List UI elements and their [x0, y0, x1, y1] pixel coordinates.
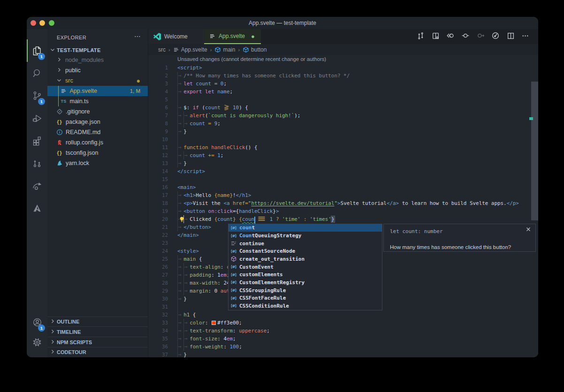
- title-bar[interactable]: App.svelte — test-template: [27, 17, 538, 29]
- activity-source-control-button[interactable]: 1: [27, 84, 47, 107]
- suggest-item-count[interactable]: count: [229, 224, 382, 232]
- gitlens-blame-annotation: Unsaved changes (cannot determine recent…: [177, 56, 326, 64]
- css-color-swatch: [212, 321, 216, 325]
- activity-accounts-button[interactable]: 1: [27, 311, 47, 333]
- tree-item-label: rollup.config.js: [66, 139, 103, 146]
- indent-guide: [177, 351, 178, 357]
- breadcrumb-button[interactable]: button: [243, 46, 267, 53]
- activity-explorer-button[interactable]: 1: [27, 39, 47, 62]
- editor-action-current-revision-button[interactable]: [460, 29, 471, 44]
- suggest-item-create_out_transition[interactable]: create_out_transition: [229, 255, 382, 263]
- breadcrumb-separator-icon: ›: [210, 47, 212, 53]
- tree-item-node_modules[interactable]: node_modules: [47, 55, 148, 65]
- section-outline[interactable]: OUTLINE: [47, 317, 148, 327]
- activity-extensions-button[interactable]: [27, 129, 47, 152]
- activity-settings-button[interactable]: [27, 331, 47, 354]
- section-timeline[interactable]: TIMELINE: [47, 326, 148, 337]
- editor-action-open-changes-button[interactable]: [430, 29, 441, 44]
- tab-whitespace-arrow: [184, 335, 188, 343]
- suggest-item-CountQueuingStrategy[interactable]: CountQueuingStrategy: [229, 232, 382, 240]
- line-number: 23: [148, 239, 168, 247]
- editor-scrollbar[interactable]: [531, 82, 538, 357]
- editor-action-more-actions-button[interactable]: [519, 29, 531, 44]
- activity-search-button[interactable]: [27, 62, 47, 84]
- code-line-6: $: if (count 10) {: [177, 104, 538, 112]
- sidebar-more-actions-icon[interactable]: ⋯: [134, 32, 141, 40]
- line-number: 28: [148, 279, 168, 287]
- tree-item-tsconfig.json[interactable]: {}tsconfig.json: [47, 148, 148, 158]
- tab-label: App.svelte: [219, 33, 245, 39]
- tree-item-public[interactable]: public: [47, 65, 148, 75]
- indent-guide: [177, 255, 178, 263]
- lines-icon: [209, 33, 215, 39]
- suggest-item-CSSGroupingRule[interactable]: CSSGroupingRule: [229, 286, 382, 294]
- line-number: 37: [148, 351, 168, 357]
- active-indicator: [27, 39, 28, 62]
- editor-action-file-history-button[interactable]: [490, 29, 501, 44]
- suggest-item-continue[interactable]: continue: [229, 240, 382, 248]
- scrollbar-thumb[interactable]: [531, 82, 538, 220]
- code-editor[interactable]: Unsaved changes (cannot determine recent…: [148, 55, 538, 357]
- breadcrumb-main[interactable]: main: [214, 46, 235, 53]
- file-type-info-icon: [56, 129, 63, 136]
- suggest-item-customElements[interactable]: customElements: [229, 271, 382, 279]
- activity-azure-button[interactable]: [27, 197, 47, 219]
- file-type-json-icon: {}: [56, 150, 63, 156]
- open-changes-icon: [432, 32, 440, 42]
- editor-action-compare-changes-button[interactable]: [415, 29, 426, 44]
- line-number: 25: [148, 255, 168, 263]
- file-type-git-icon: [56, 108, 63, 115]
- tree-item-.gitignore[interactable]: .gitignore: [47, 106, 148, 117]
- tree-item-yarn.lock[interactable]: yarn.lock: [47, 158, 148, 168]
- editor-action-split-editor-button[interactable]: [505, 29, 516, 44]
- settings-icon: [31, 337, 43, 348]
- suggest-item-ConstantSourceNode[interactable]: ConstantSourceNode: [229, 248, 382, 256]
- back-history-icon: [446, 31, 455, 42]
- tree-item-App.svelte[interactable]: App.svelte1, M: [47, 86, 148, 96]
- editor-action-back-history-button[interactable]: [445, 29, 456, 44]
- line-number: 17: [148, 191, 168, 199]
- suggest-item-CustomEvent[interactable]: CustomEvent: [229, 263, 382, 271]
- tab-whitespace-arrow: [178, 72, 182, 80]
- breadcrumb[interactable]: src›App.svelte›main›button: [148, 44, 538, 55]
- suggest-item-CustomElementRegistry[interactable]: CustomElementRegistry: [229, 279, 382, 286]
- indent-guide: [177, 207, 178, 215]
- line-number: 16: [148, 183, 168, 191]
- line-number: 24: [148, 247, 168, 255]
- tree-item-src[interactable]: src●: [47, 75, 148, 86]
- symbol-method-icon: [230, 256, 237, 262]
- code-line-13: }: [177, 159, 538, 167]
- suggest-item-CSSConditionRule[interactable]: CSSConditionRule: [229, 302, 382, 310]
- activity-run-debug-button[interactable]: [27, 107, 47, 129]
- project-root-label: TEST-TEMPLATE: [57, 47, 101, 53]
- tree-item-label: node_modules: [65, 57, 104, 63]
- line-number: 13: [148, 159, 168, 167]
- activity-live-share-button[interactable]: [27, 174, 47, 197]
- tab-whitespace-arrow: [178, 151, 182, 159]
- close-icon[interactable]: [526, 226, 531, 234]
- tab-welcome[interactable]: Welcome: [148, 29, 204, 44]
- activity-pull-request-button[interactable]: [27, 152, 47, 174]
- tree-item-rollup.config.js[interactable]: rollup.config.js: [47, 137, 148, 148]
- suggest-label: customElements: [239, 271, 283, 278]
- tree-item-package.json[interactable]: {}package.json: [47, 117, 148, 127]
- line-number: 34: [148, 327, 168, 335]
- indent-guide: [177, 128, 178, 136]
- editor-action-forward-history-button[interactable]: [475, 29, 486, 44]
- code-line-32: h1 {: [177, 311, 538, 319]
- code-line-15: [177, 175, 538, 183]
- indent-guide: [177, 96, 178, 104]
- section-codetour[interactable]: CODETOUR: [47, 347, 148, 357]
- tab-app-svelte[interactable]: App.svelte●: [204, 29, 261, 44]
- suggest-item-CSSFontFaceRule[interactable]: CSSFontFaceRule: [229, 294, 382, 302]
- tree-item-README.md[interactable]: README.md: [47, 127, 148, 137]
- breadcrumb-App.svelte[interactable]: App.svelte: [173, 46, 207, 53]
- section-npm-scripts[interactable]: NPM SCRIPTS: [47, 337, 148, 347]
- breadcrumb-src[interactable]: src: [158, 46, 166, 53]
- tree-item-main.ts[interactable]: TSmain.ts: [47, 96, 148, 106]
- breadcrumb-label: main: [223, 46, 235, 53]
- symbol-cube-icon: [243, 46, 249, 53]
- line-number: 15: [148, 175, 168, 183]
- vscode-window: App.svelte — test-template 111 EXPLORER …: [27, 17, 538, 357]
- project-root-header[interactable]: TEST-TEMPLATE: [47, 45, 148, 55]
